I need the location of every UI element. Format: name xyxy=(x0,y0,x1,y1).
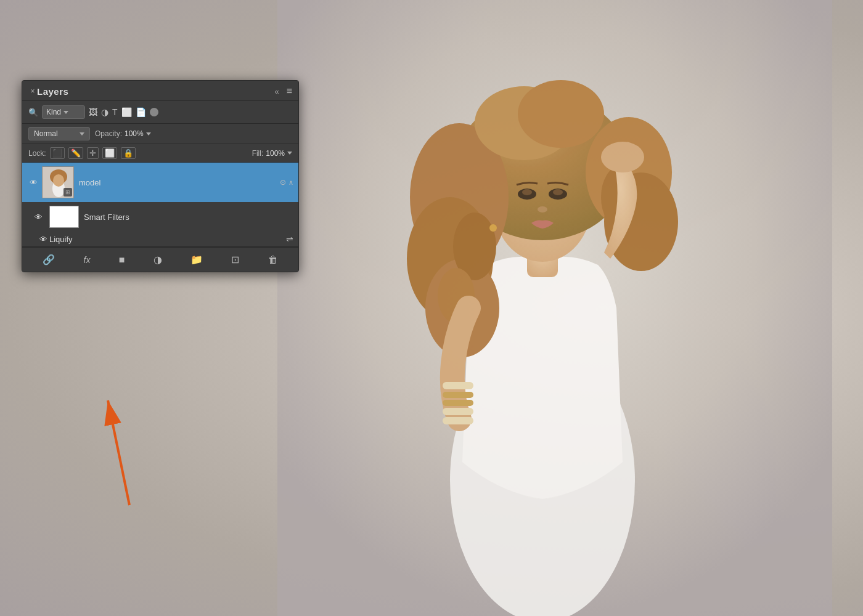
fill-chevron-icon xyxy=(287,152,292,155)
panel-close-button[interactable]: × xyxy=(28,87,37,95)
lock-transparent-icon[interactable]: ⬛ xyxy=(50,147,65,159)
new-group-button[interactable]: 📁 xyxy=(188,253,205,267)
lock-row: Lock: ⬛ ✏️ ✛ ⬜ 🔒 Fill: 100% xyxy=(22,144,298,163)
opacity-group: Opacity: 100% xyxy=(95,129,151,138)
blend-chevron-icon xyxy=(80,132,84,136)
layer-model-visibility[interactable]: 👁 xyxy=(27,178,39,187)
fill-label: Fill: xyxy=(252,149,264,158)
filter-row: 🔍 Kind 🖼 ◑ T ⬜ 📄 xyxy=(22,101,298,124)
lock-all-icon[interactable]: 🔒 xyxy=(121,147,136,159)
layer-model-badge: ⊙ ∧ xyxy=(280,178,293,187)
smart-object-icon: ⊙ xyxy=(280,178,286,187)
adjustment-filter-icon[interactable]: ◑ xyxy=(101,107,108,117)
kind-dropdown[interactable]: Kind xyxy=(42,105,85,119)
search-icon: 🔍 xyxy=(28,108,38,117)
fill-group: Fill: 100% xyxy=(252,149,292,158)
opacity-label: Opacity: xyxy=(95,129,122,138)
blend-mode-dropdown[interactable]: Normal xyxy=(28,127,90,140)
blend-mode-label: Normal xyxy=(34,129,58,138)
smartobj-filter-icon[interactable]: 📄 xyxy=(136,107,146,117)
panel-collapse-button[interactable]: « xyxy=(274,87,279,96)
panel-titlebar: × Layers « ≡ xyxy=(22,81,298,101)
svg-point-20 xyxy=(538,206,547,213)
smart-filter-mask-thumbnail xyxy=(49,206,79,228)
delete-layer-button[interactable]: 🗑 xyxy=(266,253,280,267)
layer-liquify-visibility[interactable]: 👁 xyxy=(37,235,49,244)
svg-rect-25 xyxy=(443,408,473,415)
layer-smart-filters-name: Smart Filters xyxy=(84,213,293,222)
pixel-filter-icon[interactable]: 🖼 xyxy=(89,107,97,117)
type-filter-icon[interactable]: T xyxy=(112,107,118,117)
fx-button[interactable]: fx xyxy=(81,254,93,266)
layer-smart-filters[interactable]: 👁 Smart Filters xyxy=(22,202,298,232)
lock-artboard-icon[interactable]: ⬜ xyxy=(102,147,117,159)
svg-rect-23 xyxy=(443,392,473,398)
circle-filter-icon[interactable] xyxy=(150,108,158,116)
svg-text:⊞: ⊞ xyxy=(65,189,70,195)
link-layers-button[interactable]: 🔗 xyxy=(40,253,57,267)
svg-point-19 xyxy=(553,189,563,195)
svg-rect-26 xyxy=(443,417,473,424)
lock-label: Lock: xyxy=(28,149,46,158)
svg-point-31 xyxy=(53,174,64,187)
kind-label: Kind xyxy=(46,108,61,116)
fill-value[interactable]: 100% xyxy=(266,149,285,158)
blend-row: Normal Opacity: 100% xyxy=(22,124,298,144)
opacity-value[interactable]: 100% xyxy=(125,129,144,138)
opacity-chevron-icon xyxy=(146,132,151,136)
svg-rect-22 xyxy=(443,382,473,389)
layer-liquify[interactable]: 👁 Liquify ⇌ xyxy=(22,232,298,247)
layer-expand-arrow[interactable]: ∧ xyxy=(288,179,293,187)
svg-point-27 xyxy=(489,224,497,232)
new-layer-button[interactable]: ⊡ xyxy=(229,253,242,267)
new-mask-button[interactable]: ◑ xyxy=(151,253,165,267)
layers-panel: × Layers « ≡ 🔍 Kind 🖼 ◑ T ⬜ 📄 Normal Opa… xyxy=(22,80,299,272)
layer-liquify-name: Liquify xyxy=(49,235,286,244)
kind-chevron-icon xyxy=(63,111,68,114)
lock-move-icon[interactable]: ✛ xyxy=(87,147,99,159)
layer-model-name: model xyxy=(79,178,280,187)
panel-menu-button[interactable]: ≡ xyxy=(287,86,292,97)
panel-toolbar: 🔗 fx ■ ◑ 📁 ⊡ 🗑 xyxy=(22,247,298,272)
lock-paint-icon[interactable]: ✏️ xyxy=(68,147,83,159)
new-adjustment-button[interactable]: ■ xyxy=(117,253,128,267)
layer-model-thumbnail: ⊞ xyxy=(42,166,74,198)
woman-photo xyxy=(277,0,832,616)
svg-point-18 xyxy=(522,189,532,195)
layer-smart-filters-visibility[interactable]: 👁 xyxy=(32,213,44,222)
svg-point-21 xyxy=(601,142,644,172)
svg-point-12 xyxy=(518,80,604,148)
layer-model[interactable]: 👁 ⊞ model ⊙ ∧ xyxy=(22,163,298,202)
svg-rect-24 xyxy=(443,400,473,406)
panel-title: Layers xyxy=(37,86,68,97)
filter-adjust-icon[interactable]: ⇌ xyxy=(286,234,293,244)
shape-filter-icon[interactable]: ⬜ xyxy=(121,107,132,117)
